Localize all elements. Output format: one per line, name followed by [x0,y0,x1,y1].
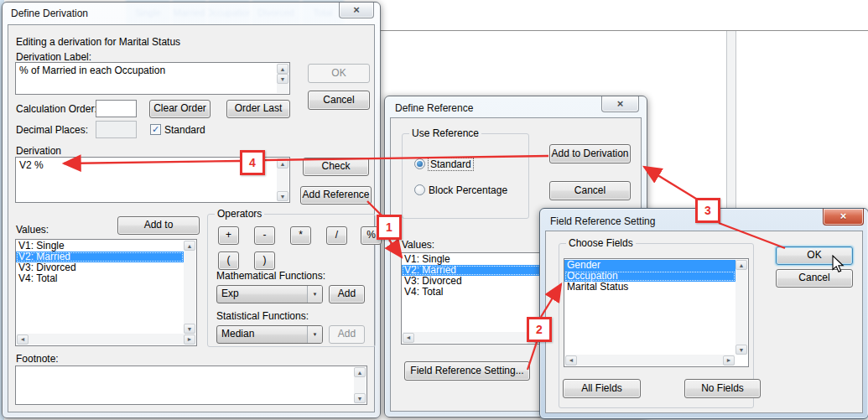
no-fields-button[interactable]: No Fields [684,379,761,398]
cancel-button[interactable]: Cancel [308,91,370,110]
dialog-title: Define Derivation [11,8,88,19]
annotation-step-2: 2 [527,317,552,342]
standard-checkbox-label: Standard [164,124,205,136]
operator-multiply-button[interactable]: * [290,226,311,245]
operators-group-caption: Operators [215,208,264,220]
define-derivation-dialog: Define Derivation × Editing a derivation… [2,2,381,418]
block-percentage-radio-label[interactable]: Block Percentage [429,184,507,196]
math-add-button[interactable]: Add [329,285,365,303]
check-button[interactable]: Check [303,158,369,176]
values-caption: Values: [402,239,434,251]
scrollbar[interactable]: ▲ ▼ [735,260,747,355]
footnote-input[interactable]: ▲ ▼ [15,366,367,405]
list-item[interactable]: Marital Status [564,282,735,293]
screen: Single Married Occupation Divorced Total… [0,0,868,420]
footnote-caption: Footnote: [16,353,59,365]
cancel-button[interactable]: Cancel [549,181,631,200]
block-percentage-radio[interactable] [414,184,425,195]
scroll-up-icon[interactable]: ▲ [354,367,366,377]
stat-functions-value: Median [221,328,254,340]
scrollbar[interactable]: ◄ ► [403,332,545,343]
use-reference-group: Use Reference Standard Block Percentage [402,133,529,219]
scrollbar[interactable]: ▲ ▼ [277,64,288,93]
scrollbar[interactable]: ◄ ► [17,334,195,345]
values-listbox[interactable]: V1: Single V2: Married V3: Divorced V4: … [15,239,197,346]
add-to-derivation-button[interactable]: Add to Derivation [549,144,631,163]
scroll-left-icon[interactable]: ◄ [17,334,29,345]
standard-radio-label[interactable]: Standard [429,158,473,170]
close-icon[interactable]: × [601,96,639,112]
close-icon[interactable]: × [339,3,374,18]
close-icon[interactable]: × [823,209,864,226]
scroll-up-icon[interactable]: ▲ [184,241,195,251]
list-item[interactable]: V4: Total [402,287,546,298]
scroll-up-icon[interactable]: ▲ [277,158,288,169]
annotation-step-4: 4 [240,150,265,175]
scroll-up-icon[interactable]: ▲ [735,260,747,270]
operators-group: Operators + - * / % ( ) Mathematical Fun… [207,214,376,347]
decimal-places-input[interactable] [96,121,137,138]
scroll-down-icon[interactable]: ▼ [735,345,747,355]
standard-radio[interactable] [414,158,425,169]
stat-functions-caption: Statistical Functions: [216,310,309,322]
values-caption: Values: [16,224,49,236]
operator-open-paren-button[interactable]: ( [218,251,239,270]
use-reference-group-caption: Use Reference [409,127,481,139]
standard-checkbox[interactable]: ✓ [150,124,161,135]
editing-derivation-text: Editing a derivation for Marital Status [16,36,180,48]
chevron-down-icon[interactable]: ▼ [307,326,322,343]
scroll-left-icon[interactable]: ◄ [565,355,577,366]
add-reference-button[interactable]: Add Reference [300,186,372,205]
all-fields-button[interactable]: All Fields [563,379,641,398]
scrollbar[interactable]: ◄ ► [565,355,735,366]
derivation-label-input[interactable]: % of Married in each Occupation ▲ ▼ [15,62,290,95]
scroll-right-icon[interactable]: ► [184,334,195,345]
decimal-places-caption: Decimal Places: [16,124,88,136]
dialog-title: Define Reference [395,102,473,114]
scroll-down-icon[interactable]: ▼ [184,324,195,334]
scroll-down-icon[interactable]: ▼ [354,393,366,403]
derivation-label-caption: Derivation Label: [16,51,91,63]
add-to-expression-button[interactable]: Add to Expression [117,216,200,235]
scrollbar[interactable]: ▲ ▼ [354,367,366,403]
derivation-caption: Derivation [16,145,61,157]
scrollbar[interactable]: ▲ ▼ [277,158,288,201]
operator-divide-button[interactable]: / [326,226,347,245]
order-last-button[interactable]: Order Last [226,100,290,118]
list-item[interactable]: V4: Total [16,273,184,284]
clear-order-button[interactable]: Clear Order [149,100,211,118]
derivation-value: V2 % [19,159,276,171]
scrollbar[interactable]: ▲ ▼ [184,241,195,334]
scroll-down-icon[interactable]: ▼ [277,74,288,84]
calculation-order-caption: Calculation Order: [16,103,97,115]
chevron-down-icon[interactable]: ▼ [307,286,322,303]
annotation-step-3: 3 [695,198,720,223]
scroll-right-icon[interactable]: ► [723,355,735,366]
operator-plus-button[interactable]: + [218,226,239,245]
scroll-down-icon[interactable]: ▼ [277,191,288,201]
field-reference-setting-dialog: Field Reference Setting × Choose Fields … [539,208,868,419]
annotation-step-1: 1 [377,215,402,240]
math-functions-select[interactable]: Exp ▼ [216,285,323,303]
stat-add-button[interactable]: Add [329,325,365,344]
background-scrollbar [726,31,736,209]
math-functions-caption: Mathematical Functions: [216,270,325,282]
calculation-order-input[interactable] [96,100,137,117]
operator-minus-button[interactable]: - [254,226,275,245]
derivation-label-value: % of Married in each Occupation [19,65,276,76]
field-reference-setting-button[interactable]: Field Reference Setting... [404,361,530,381]
mouse-cursor [832,255,845,273]
ok-button[interactable]: OK [308,64,370,83]
scroll-left-icon[interactable]: ◄ [403,333,414,343]
scroll-up-icon[interactable]: ▲ [277,64,288,74]
choose-fields-group-caption: Choose Fields [566,237,636,249]
operator-close-paren-button[interactable]: ) [254,251,275,270]
fields-listbox[interactable]: Gender Occupation Marital Status ▲ ▼ ◄ ► [564,258,749,367]
values-listbox[interactable]: V1: Single V2: Married V3: Divorced V4: … [401,252,547,345]
math-functions-value: Exp [221,288,239,299]
dialog-title: Field Reference Setting [550,215,655,227]
stat-functions-select[interactable]: Median ▼ [216,325,323,344]
background-window-divider [379,30,868,31]
